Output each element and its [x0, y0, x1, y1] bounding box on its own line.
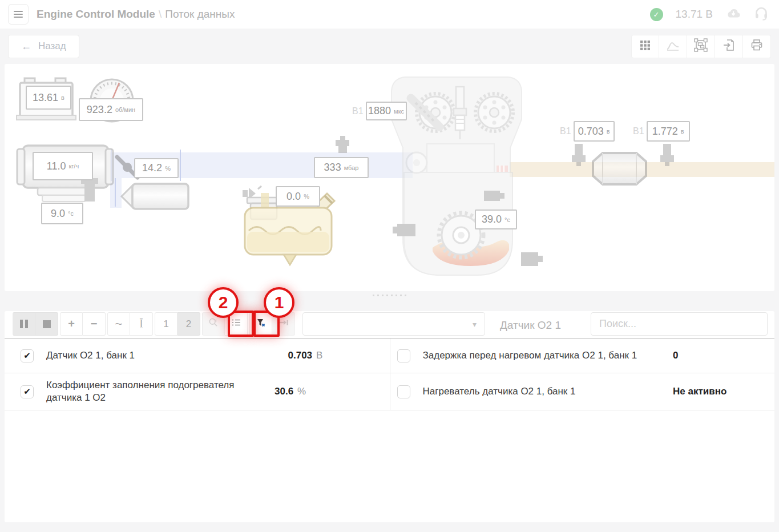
chart-view-button[interactable]: [659, 35, 687, 58]
value-box-coolant-temp: 39.0°с: [475, 209, 517, 229]
value-group-injection-time: B1 1880мкс: [352, 102, 407, 120]
pause-button[interactable]: [13, 312, 35, 336]
printer-icon: [750, 38, 764, 54]
stop-icon: [43, 320, 51, 328]
chevron-down-icon: ▾: [473, 320, 477, 329]
param-unit: %: [297, 386, 306, 397]
catalytic-converter-icon: [593, 153, 646, 184]
value-box-throttle: 14.2%: [134, 158, 179, 178]
toolbar-top: ← Назад: [0, 29, 779, 64]
param-cell: ✔ Коэффициент заполнения подогревателя д…: [5, 373, 390, 410]
minus-icon: −: [91, 317, 98, 331]
param-value: 30.6: [275, 386, 293, 397]
diagram-panel: 13.61в 923.2об/мин 11.0кг/ч 14.2% 9.0°с …: [5, 64, 774, 291]
param-label: Коэффициент заполнения подогревателя дат…: [46, 379, 275, 404]
headset-icon: [754, 6, 769, 23]
graph-mode-button[interactable]: ~: [107, 312, 130, 336]
param-label: Задержка перед нагревом датчика О2 1, ба…: [423, 349, 673, 362]
value-box-airflow: 11.0кг/ч: [33, 152, 93, 180]
splitter-handle[interactable]: [373, 295, 406, 297]
param-label: Датчик О2 1, банк 1: [46, 349, 288, 362]
map-sensor-icon: [336, 136, 349, 153]
value-group-o2-downstream: B1 1.772в: [633, 121, 690, 142]
value-group-o2-upstream: B1 0.703в: [560, 121, 615, 142]
font-decrease-button[interactable]: −: [83, 312, 106, 336]
print-button[interactable]: [743, 35, 771, 58]
value-box-rpm: 923.2об/мин: [79, 98, 143, 121]
connection-status-icon: ✓: [650, 8, 663, 21]
param-value: 0: [673, 350, 678, 361]
module-title: Engine Control Module: [37, 8, 155, 20]
row-checkbox[interactable]: ✔: [21, 385, 34, 398]
cloud-download-icon: [725, 7, 741, 21]
stream-toolbar: + − ~ Ī 1 2: [5, 311, 774, 338]
param-unit: В: [316, 350, 322, 361]
sensor-select-dropdown[interactable]: ▾: [302, 312, 485, 336]
annotation-circle-2: 2: [208, 287, 239, 318]
back-arrow-icon: ←: [21, 41, 31, 53]
param-cell: Задержка перед нагревом датчика О2 1, ба…: [390, 338, 775, 373]
battery-voltage-reading: 13.71 В: [676, 8, 713, 21]
zoom-x-icon: [208, 317, 219, 331]
amplitude-button[interactable]: Ī: [130, 312, 153, 336]
value-box-battery-voltage: 13.61в: [26, 86, 71, 110]
param-value: Не активно: [673, 386, 726, 397]
page-name: Поток данных: [165, 8, 235, 20]
table-row: ✔ Коэффициент заполнения подогревателя д…: [5, 373, 774, 410]
param-value: 0.703: [288, 350, 313, 361]
stop-button[interactable]: [35, 312, 58, 336]
pause-icon: [20, 320, 28, 328]
back-button[interactable]: ← Назад: [8, 35, 79, 58]
amplitude-icon: Ī: [140, 318, 143, 330]
header: Engine Control Module\Поток данных ✓ 13.…: [0, 0, 779, 29]
panel-splitter: [0, 291, 779, 311]
data-stream-panel: + − ~ Ī 1 2: [5, 311, 774, 522]
export-document-icon: [722, 38, 736, 54]
export-button[interactable]: [715, 35, 743, 58]
row-checkbox[interactable]: [397, 385, 410, 398]
line-chart-icon: [666, 39, 680, 53]
value-box-injection-time: 1880мкс: [366, 102, 407, 120]
skip-arrow-icon: [278, 318, 289, 330]
value-box-o2-upstream: 0.703в: [574, 121, 615, 142]
app-window: Engine Control Module\Поток данных ✓ 13.…: [0, 0, 779, 522]
parameters-table: ✔ Датчик О2 1, банк 1 0.703В Задержка пе…: [5, 338, 774, 410]
grid-view-button[interactable]: [631, 35, 659, 58]
menu-button[interactable]: [8, 4, 29, 25]
value-box-manifold-pressure: 333мбар: [314, 157, 369, 178]
plus-icon: +: [68, 317, 75, 331]
breadcrumb: Engine Control Module\Поток данных: [37, 8, 235, 21]
value-box-intake-temp: 9.0°с: [41, 203, 83, 224]
grid-icon: [640, 40, 651, 53]
selected-sensor-label: Датчик О2 1: [500, 319, 561, 332]
one-column-button[interactable]: 1: [155, 312, 177, 336]
idle-valve-icon: [122, 184, 188, 209]
table-row: ✔ Датчик О2 1, банк 1 0.703В Задержка пе…: [5, 338, 774, 373]
row-checkbox[interactable]: ✔: [21, 349, 34, 362]
param-label: Нагреватель датчика О2 1, банк 1: [423, 385, 673, 398]
two-column-button[interactable]: 2: [177, 312, 200, 336]
font-increase-button[interactable]: +: [60, 312, 83, 336]
param-cell: Нагреватель датчика О2 1, банк 1 Не акти…: [390, 373, 775, 410]
value-box-o2-downstream: 1.772в: [647, 121, 690, 142]
param-cell: ✔ Датчик О2 1, банк 1 0.703В: [5, 338, 390, 373]
value-box-purge-valve: 0.0%: [276, 186, 320, 207]
annotation-circle-1: 1: [264, 287, 294, 318]
wave-icon: ~: [115, 317, 123, 332]
scheme-view-button[interactable]: [687, 35, 715, 58]
search-input[interactable]: [591, 312, 768, 336]
diagram-frame-icon: [694, 38, 708, 54]
row-checkbox[interactable]: [397, 349, 410, 362]
